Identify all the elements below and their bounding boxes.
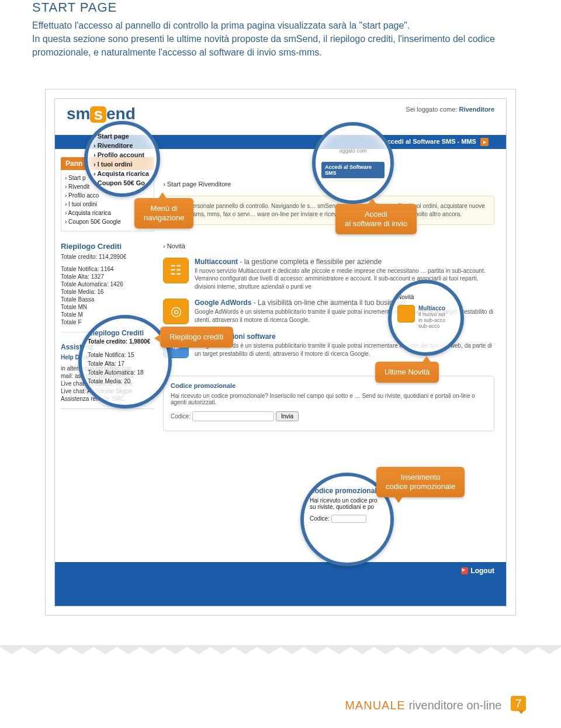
credits-row: Totale Bassa	[61, 296, 154, 303]
news-heading: Novità	[163, 242, 494, 249]
promo-input[interactable]	[192, 411, 274, 421]
credits-row: Totale Media: 16	[61, 288, 154, 296]
lens-cred-total: Totale credito: 1,9800€	[88, 337, 162, 346]
lens-menu-item: Acquista ricarica	[94, 169, 151, 178]
callout-credits: Riepilogo crediti	[160, 327, 233, 348]
multiaccount-icon: ☷	[163, 258, 189, 283]
page-number: 7	[511, 696, 526, 711]
lens-cred-row: Totale Alta: 17	[88, 359, 162, 368]
page-zigzag	[0, 645, 561, 657]
intro-line-1: Effettuato l'accesso al pannello di cont…	[32, 19, 529, 32]
promo-submit-button[interactable]: Invia	[276, 411, 299, 421]
lens-cred-row: Totale Automatica: 18	[88, 368, 162, 377]
callout-software: Accedial software di invio	[335, 204, 417, 235]
screenshot-frame: smsend Sei loggato come: Rivenditore Acc…	[45, 89, 516, 616]
logged-as-user: Rivenditore	[459, 106, 494, 113]
lens-cred-row: Totale Notifica: 15	[88, 351, 162, 359]
logout-icon	[461, 567, 468, 574]
footer-sub: rivenditore on-line	[406, 699, 502, 712]
access-software-link[interactable]: Accedi al Software SMS - MMS ▸	[383, 135, 506, 146]
bottom-bar: Logout	[55, 562, 506, 606]
promo-box: Codice promozionale Hai ricevuto un codi…	[163, 376, 494, 431]
news-title: Google AdWords	[195, 299, 251, 307]
lens-promo-text: Hai ricevuto un codice pro su riviste, q…	[310, 497, 385, 510]
page-heading: START PAGE	[32, 0, 529, 15]
news-tag: - la gestione completa e flessibile per …	[238, 258, 382, 266]
lens-menu: Start page Rivenditore Profilo account I…	[84, 121, 160, 197]
credits-title: Riepilogo Crediti	[61, 242, 154, 251]
callout-promo: Inserimentocodice promozionale	[376, 467, 465, 498]
credits-row: Totale Alta: 1327	[61, 273, 154, 280]
logo-mid: s	[90, 106, 106, 123]
news-title: Multiaccount	[195, 258, 238, 266]
footer-manual: MANUALE	[345, 699, 406, 712]
lens-news: Novità Multiacco Il nuovo ser in sub-acc…	[388, 280, 464, 356]
logged-as: Sei loggato come: Rivenditore	[406, 106, 494, 113]
logged-as-label: Sei loggato come:	[406, 106, 457, 113]
callout-menu: Menù dinavigazione	[134, 198, 193, 229]
welcome-box: del tuo personale pannello di controllo.…	[163, 196, 494, 225]
logo-post: end	[106, 105, 136, 123]
lens-sw-top: oggato com	[339, 148, 366, 154]
lens-software: oggato com Accedi al Software SMS	[312, 122, 394, 204]
access-software-label: Accedi al Software SMS - MMS	[383, 138, 476, 145]
smsend-logo: smsend	[67, 105, 136, 123]
lens-menu-item: I tuoi ordini	[94, 160, 151, 169]
lens-promo-label: Codice:	[310, 515, 330, 522]
promo-label: Codice:	[171, 413, 191, 420]
lens-promo-title: Codice promozionale	[310, 487, 385, 495]
credits-total: Totale credito: 114,2890€	[61, 253, 154, 261]
logout-button[interactable]: Logout	[461, 567, 494, 575]
lens-menu-item: Start page	[94, 131, 151, 141]
logo-pre: sm	[67, 105, 90, 123]
logout-label: Logout	[470, 567, 494, 575]
lens-nov-crumb: Novità	[397, 294, 455, 300]
lens-cred-row: Totale Media: 20	[88, 377, 162, 386]
lens-nov-line: in sub-acco	[418, 317, 446, 323]
credits-row: Totale MN	[61, 303, 154, 311]
intro-line-2: In questa sezione sono presenti le ultim…	[32, 32, 529, 59]
lens-credits: Riepilogo Crediti Totale credito: 1,9800…	[78, 315, 172, 408]
credits-row: Totale Automatica: 1426	[61, 280, 154, 288]
arrow-right-icon: ▸	[480, 138, 489, 146]
callout-news: Ultime Novità	[375, 362, 439, 383]
credits-row: Totale Notifica: 1164	[61, 265, 154, 273]
promo-desc: Hai ricevuto un codice promozionale? Ins…	[171, 393, 487, 405]
lens-nov-icon	[397, 305, 415, 323]
news-tag: - La visibilità on-line che aumenta il t…	[251, 299, 406, 307]
page-footer: MANUALE rivenditore on-line 7	[0, 698, 561, 713]
lens-menu-item: Profilo account	[94, 150, 151, 160]
lens-cred-title: Riepilogo Crediti	[88, 329, 162, 337]
lens-nov-line: Il nuovo ser	[418, 311, 446, 317]
lens-nov-title: Multiacco	[418, 305, 446, 311]
lens-nov-line: sub-acco	[418, 323, 446, 329]
adwords-icon: ◎	[163, 299, 189, 324]
lens-menu-item: Rivenditore	[94, 141, 151, 150]
promo-title: Codice promozionale	[171, 382, 487, 389]
lens-menu-item: Coupon 50€ Go	[94, 178, 151, 188]
news-desc: Il nuovo servizio Multiaccount è dedicat…	[195, 267, 494, 291]
lens-sw-btn: Accedi al Software SMS	[321, 162, 385, 178]
lens-promo-input	[331, 515, 366, 523]
